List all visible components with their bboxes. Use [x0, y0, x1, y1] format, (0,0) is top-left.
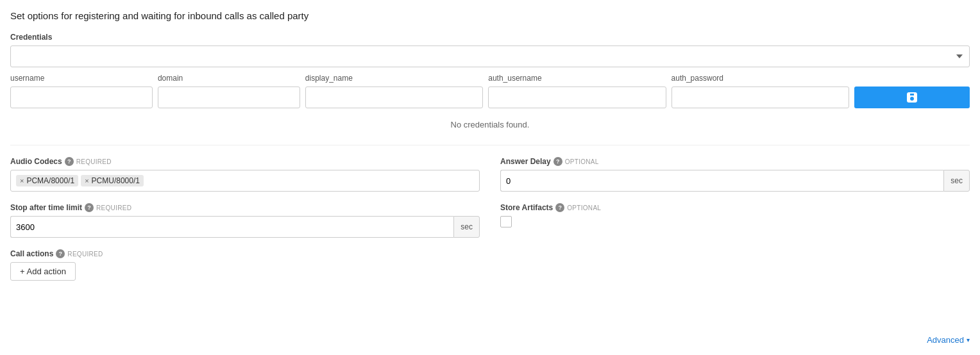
col-header-action	[854, 74, 970, 83]
codec-tag-pcmu: × PCMU/8000/1	[81, 175, 144, 186]
stop-time-limit-group: Stop after time limit ? REQUIRED sec	[10, 203, 480, 238]
store-artifacts-group: Store Artifacts ? OPTIONAL	[500, 203, 970, 227]
codec-tag-pcmu-label: PCMU/8000/1	[92, 176, 140, 185]
audio-codecs-label: Audio Codecs ? REQUIRED	[10, 157, 480, 166]
add-action-label: + Add action	[20, 267, 66, 276]
audio-codecs-help-icon[interactable]: ?	[65, 157, 74, 166]
store-artifacts-label: Store Artifacts ? OPTIONAL	[500, 203, 970, 212]
stop-time-limit-text: Stop after time limit	[10, 203, 82, 212]
col-header-auth-username: auth_username	[488, 74, 666, 83]
credentials-label: Credentials	[10, 33, 970, 42]
advanced-chevron-icon: ▾	[967, 336, 970, 343]
audio-codecs-group: Audio Codecs ? REQUIRED × PCMA/8000/1 × …	[10, 157, 480, 192]
col-header-display-name: display_name	[305, 74, 483, 83]
call-actions-text: Call actions	[10, 249, 53, 258]
credentials-row	[10, 87, 970, 108]
col-header-username: username	[10, 74, 153, 83]
codec-tag-pcmu-remove[interactable]: ×	[85, 177, 89, 185]
stop-time-limit-input[interactable]	[10, 216, 453, 238]
call-actions-label: Call actions ? REQUIRED	[10, 249, 480, 258]
call-actions-group: Call actions ? REQUIRED + Add action	[10, 249, 480, 281]
store-artifacts-checkbox[interactable]	[500, 216, 512, 227]
save-credentials-button[interactable]	[854, 87, 970, 108]
save-icon	[907, 92, 917, 103]
advanced-link[interactable]: Advanced ▾	[927, 335, 970, 345]
stop-time-limit-help-icon[interactable]: ?	[85, 203, 94, 212]
no-credentials-message: No credentials found.	[10, 116, 970, 133]
advanced-label: Advanced	[927, 335, 964, 345]
stop-time-limit-suffix: sec	[453, 216, 480, 238]
store-artifacts-text: Store Artifacts	[500, 203, 553, 212]
answer-delay-optional-badge: OPTIONAL	[565, 158, 599, 165]
stop-time-limit-required-badge: REQUIRED	[96, 204, 131, 211]
answer-delay-input[interactable]	[500, 170, 943, 192]
auth-password-input[interactable]	[672, 87, 849, 108]
store-artifacts-optional-badge: OPTIONAL	[567, 204, 601, 211]
domain-input[interactable]	[158, 87, 300, 108]
col-header-auth-password: auth_password	[672, 74, 849, 83]
left-column: Audio Codecs ? REQUIRED × PCMA/8000/1 × …	[10, 157, 480, 292]
divider-1	[10, 145, 970, 145]
answer-delay-help-icon[interactable]: ?	[553, 157, 562, 166]
stop-time-limit-label: Stop after time limit ? REQUIRED	[10, 203, 480, 212]
two-column-layout: Audio Codecs ? REQUIRED × PCMA/8000/1 × …	[10, 157, 970, 292]
codec-tag-pcma: × PCMA/8000/1	[16, 175, 78, 186]
add-action-button[interactable]: + Add action	[10, 262, 76, 281]
store-artifacts-help-icon[interactable]: ?	[555, 203, 564, 212]
store-artifacts-checkbox-wrapper	[500, 216, 970, 227]
auth-username-input[interactable]	[488, 87, 666, 108]
right-column: Answer Delay ? OPTIONAL sec Store Artifa…	[500, 157, 970, 292]
col-header-domain: domain	[158, 74, 300, 83]
answer-delay-text: Answer Delay	[500, 157, 551, 166]
codec-tag-pcma-remove[interactable]: ×	[20, 177, 24, 185]
codec-tag-pcma-label: PCMA/8000/1	[26, 176, 74, 185]
answer-delay-label: Answer Delay ? OPTIONAL	[500, 157, 970, 166]
credentials-dropdown[interactable]	[10, 45, 970, 67]
call-actions-required-badge: REQUIRED	[67, 251, 103, 258]
call-actions-help-icon[interactable]: ?	[56, 249, 65, 258]
answer-delay-group: Answer Delay ? OPTIONAL sec	[500, 157, 970, 192]
credentials-headers: username domain display_name auth_userna…	[10, 74, 970, 83]
audio-codecs-required-badge: REQUIRED	[76, 158, 112, 165]
credentials-section: Credentials username domain display_name…	[10, 33, 970, 133]
username-input[interactable]	[10, 87, 153, 108]
audio-codecs-text: Audio Codecs	[10, 157, 62, 166]
display-name-input[interactable]	[305, 87, 483, 108]
audio-codecs-input[interactable]: × PCMA/8000/1 × PCMU/8000/1	[10, 170, 480, 192]
credentials-table: username domain display_name auth_userna…	[10, 74, 970, 133]
page-title: Set options for registering and waiting …	[10, 10, 970, 21]
answer-delay-input-group: sec	[500, 170, 970, 192]
stop-time-limit-input-group: sec	[10, 216, 480, 238]
answer-delay-suffix: sec	[943, 170, 970, 192]
